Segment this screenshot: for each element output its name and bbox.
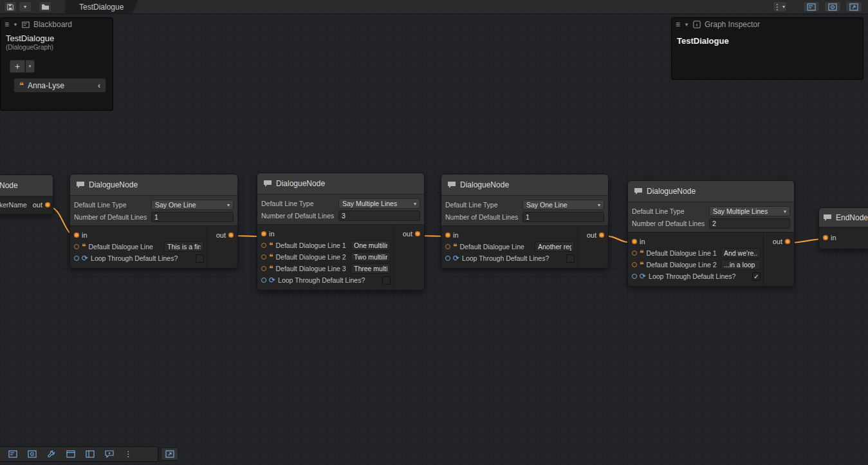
num-lines-field[interactable]	[522, 212, 604, 222]
window-button[interactable]	[62, 448, 79, 460]
top-toolbar: ▾ TestDialogue ⋮ ▾	[0, 0, 868, 14]
collapse-arrow-icon[interactable]: ▼	[13, 22, 18, 28]
num-lines-field[interactable]	[338, 211, 420, 221]
node-title: DialogueNode	[460, 180, 509, 189]
line-type-label: Default Line Type	[74, 201, 151, 209]
dialogue-line-field[interactable]	[351, 240, 391, 251]
loop-port[interactable]	[261, 278, 266, 283]
line-type-dropdown[interactable]: Say Multiple Lines ▾	[709, 206, 790, 216]
node-title: EndNode	[836, 213, 868, 222]
out-port[interactable]	[228, 232, 234, 238]
toggle-blackboard-button[interactable]	[803, 1, 820, 12]
node-header[interactable]: DialogueNode	[628, 181, 794, 202]
dialogue-line-label: Default Dialogue Line	[88, 243, 162, 251]
graph-inspector-panel[interactable]: ≡ ▼ Graph Inspector TestDialogue	[671, 17, 863, 80]
num-lines-field[interactable]	[151, 212, 234, 222]
line-type-dropdown[interactable]: Say One Line ▾	[522, 200, 604, 210]
toggle-inspector-button[interactable]	[23, 448, 41, 460]
document-tab[interactable]: TestDialogue	[65, 0, 138, 14]
line-type-label: Default Line Type	[445, 201, 522, 209]
dialogue-line-port[interactable]	[632, 251, 637, 256]
save-button[interactable]	[4, 1, 17, 12]
loop-port[interactable]	[632, 274, 637, 279]
out-port-label: out	[33, 201, 42, 209]
dialogue-line-field[interactable]	[164, 242, 204, 252]
loop-port[interactable]	[74, 256, 79, 261]
out-port[interactable]	[785, 239, 790, 244]
dialogue-node-1[interactable]: DialogueNode Default Line Type Say One L…	[69, 174, 238, 269]
in-port[interactable]	[632, 239, 637, 244]
dialogue-line-port[interactable]	[445, 244, 450, 249]
loop-checkbox[interactable]: ✓	[752, 272, 761, 281]
toggle-blackboard-button[interactable]	[4, 448, 21, 460]
end-node[interactable]: EndNode in	[818, 207, 868, 249]
blackboard-header[interactable]: ≡ ▼ Blackboard	[1, 18, 113, 31]
panels-button[interactable]	[81, 448, 98, 460]
inspector-panel-icon	[693, 21, 701, 28]
inspector-header[interactable]: ≡ ▼ Graph Inspector	[672, 18, 863, 31]
node-header[interactable]: DialogueNode	[257, 173, 424, 195]
loop-checkbox[interactable]	[382, 276, 391, 285]
in-port[interactable]	[261, 231, 266, 236]
node-header[interactable]: DialogueNode	[441, 175, 608, 196]
loop-checkbox[interactable]	[196, 254, 204, 263]
dialogue-line-field[interactable]	[351, 252, 391, 262]
num-lines-label: Number of Default Lines	[261, 212, 338, 220]
add-variable-dropdown[interactable]: ▾	[26, 60, 35, 73]
dialogue-line-field[interactable]	[535, 242, 575, 252]
add-variable-button[interactable]: +	[10, 60, 25, 73]
num-lines-field[interactable]	[709, 218, 790, 229]
vertical-dots-icon: ⋮	[773, 3, 781, 12]
blackboard-panel[interactable]: ≡ ▼ Blackboard TestDialogue (DialogueGra…	[0, 17, 113, 111]
hamburger-icon[interactable]: ≡	[5, 20, 9, 29]
in-port[interactable]	[74, 232, 79, 238]
expand-chevron-icon[interactable]: ‹	[98, 81, 100, 90]
toggle-inspector-button[interactable]	[824, 1, 841, 12]
dropdown-value: Say One Line	[526, 201, 568, 209]
loop-type-icon: ⟳	[82, 255, 88, 261]
collapse-arrow-icon[interactable]: ▼	[684, 22, 689, 28]
in-port[interactable]	[445, 232, 450, 238]
toggle-preview-button[interactable]	[845, 1, 862, 12]
preview-button[interactable]	[100, 448, 118, 460]
dialogue-line-field[interactable]	[721, 260, 761, 270]
options-menu-button[interactable]: ⋮ ▾	[773, 1, 787, 12]
dropdown-value: Say One Line	[155, 201, 196, 209]
dialogue-line-label: Default Dialogue Line 1	[275, 242, 348, 249]
dialogue-node-4[interactable]: DialogueNode Default Line Type Say Multi…	[627, 180, 795, 287]
dialogue-node-2[interactable]: DialogueNode Default Line Type Say Multi…	[257, 173, 425, 290]
hamburger-icon[interactable]: ≡	[676, 20, 680, 29]
loop-checkbox[interactable]	[566, 254, 575, 263]
inspector-title: Graph Inspector	[705, 20, 760, 29]
tools-button[interactable]	[42, 448, 60, 460]
out-port[interactable]	[45, 202, 50, 207]
dialogue-line-port[interactable]	[74, 244, 79, 249]
save-dropdown-button[interactable]: ▾	[19, 1, 32, 12]
inspector-icon	[828, 3, 837, 11]
node-title: DialogueNode	[647, 187, 696, 196]
in-port[interactable]	[823, 235, 828, 240]
open-folder-button[interactable]	[39, 1, 51, 12]
frame-all-button[interactable]	[161, 448, 178, 460]
out-port[interactable]	[415, 231, 420, 236]
node-header[interactable]: Node	[0, 175, 53, 196]
node-header[interactable]: DialogueNode	[70, 175, 237, 196]
dialogue-line-port[interactable]	[261, 243, 266, 248]
dialogue-line-field[interactable]	[351, 263, 391, 274]
in-port-label: in	[831, 234, 836, 242]
caret-down-icon: ▾	[784, 209, 786, 214]
start-node[interactable]: Node kerName out	[0, 175, 53, 214]
dialogue-line-port[interactable]	[261, 266, 266, 271]
line-type-dropdown[interactable]: Say One Line ▾	[151, 200, 234, 210]
dialogue-line-port[interactable]	[632, 262, 637, 267]
more-options-button[interactable]: ⋮	[120, 448, 137, 460]
loop-port[interactable]	[445, 256, 450, 261]
dialogue-node-3[interactable]: DialogueNode Default Line Type Say One L…	[441, 174, 609, 269]
dialogue-line-field[interactable]	[721, 248, 761, 258]
out-port[interactable]	[599, 232, 604, 238]
dialogue-icon	[76, 181, 85, 189]
dialogue-line-port[interactable]	[261, 254, 266, 260]
line-type-dropdown[interactable]: Say Multiple Lines ▾	[338, 198, 420, 209]
node-header[interactable]: EndNode	[819, 208, 868, 227]
blackboard-field[interactable]: ❝ Anna-Lyse ‹	[14, 78, 106, 93]
